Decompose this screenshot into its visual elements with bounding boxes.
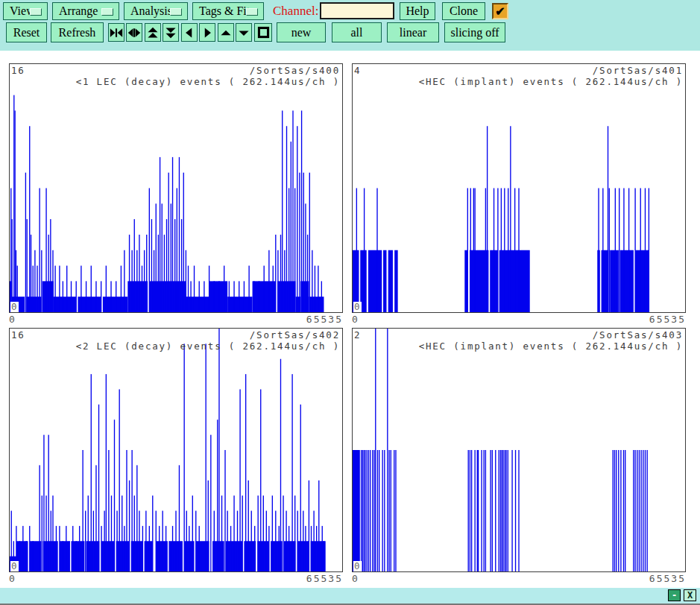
minimize-button[interactable]: - — [668, 589, 681, 601]
slicing-button-label: slicing off — [450, 26, 499, 39]
y-max-label: 2 — [354, 330, 361, 340]
right-arrow-icon — [201, 26, 214, 39]
nav-unzoom-button[interactable] — [254, 23, 272, 42]
x-max-label: 65535 — [306, 573, 343, 584]
clone-button[interactable]: Clone — [442, 2, 485, 20]
all-button-label: all — [351, 26, 363, 39]
menu-indicator-icon — [30, 8, 42, 16]
reset-button-label: Reset — [13, 26, 40, 39]
y-max-label: 4 — [354, 66, 361, 76]
x-axis-s400: 0 65535 — [9, 314, 343, 325]
checkmark-icon: ✔ — [495, 4, 505, 19]
new-button-label: new — [291, 26, 312, 39]
histogram-panel-s400[interactable]: 16 /SortSas/s400 <1 LEC (decay) events (… — [9, 63, 343, 313]
histogram-title: <1 LEC (decay) events ( 262.144us/ch ) — [76, 77, 340, 87]
help-button-label: Help — [406, 4, 429, 18]
menu-tags-fits[interactable]: Tags & Fits — [192, 2, 264, 20]
all-button[interactable]: all — [332, 22, 382, 42]
histogram-plot-s402[interactable] — [10, 329, 342, 571]
close-button[interactable]: X — [684, 589, 696, 601]
menu-indicator-icon — [246, 8, 258, 16]
slicing-button[interactable]: slicing off — [444, 22, 505, 42]
histogram-panel-s403[interactable]: 2 /SortSas/s403 <HEC (implant) events ( … — [352, 328, 686, 572]
x-min-label: 0 — [9, 573, 16, 584]
histogram-plot-s400[interactable] — [10, 64, 342, 312]
up-arrow-icon — [219, 26, 233, 39]
histogram-path-label: /SortSas/s402 — [250, 330, 340, 340]
clone-button-label: Clone — [450, 4, 478, 18]
histogram-title: <HEC (implant) events ( 262.144us/ch ) — [419, 341, 683, 352]
nav-double-up-button[interactable] — [145, 23, 161, 42]
channel-label: Channel: — [273, 4, 318, 19]
histogram-title: <2 LEC (decay) events ( 262.144us/ch ) — [76, 341, 340, 352]
histogram-plot-s403[interactable] — [353, 329, 685, 571]
y-max-label: 16 — [11, 330, 25, 340]
refresh-button[interactable]: Refresh — [51, 22, 104, 42]
linear-button-label: linear — [400, 26, 426, 39]
nav-double-down-button[interactable] — [163, 23, 179, 42]
linear-button[interactable]: linear — [387, 22, 439, 42]
nav-contract-x-button[interactable] — [108, 23, 124, 42]
histogram-path-label: /SortSas/s400 — [250, 66, 340, 76]
y-min-label: 0 — [10, 302, 19, 312]
menu-indicator-icon — [101, 8, 113, 16]
x-axis-s402: 0 65535 — [9, 573, 343, 584]
toolbar: View Arrange Analysis Tags & Fits Channe… — [0, 0, 700, 51]
double-down-icon — [164, 26, 177, 39]
close-icon: X — [687, 590, 693, 601]
x-min-label: 0 — [352, 573, 359, 584]
x-axis-s403: 0 65535 — [352, 573, 686, 584]
contract-x-icon — [110, 26, 123, 39]
y-max-label: 16 — [11, 66, 25, 76]
y-min-label: 0 — [10, 561, 19, 571]
menu-arrange[interactable]: Arrange — [52, 2, 119, 20]
menu-arrange-label: Arrange — [59, 4, 98, 18]
refresh-button-label: Refresh — [59, 26, 96, 39]
x-max-label: 65535 — [306, 314, 343, 325]
unzoom-square-icon — [256, 25, 271, 39]
histogram-plot-s401[interactable] — [353, 64, 685, 312]
nav-up-button[interactable] — [218, 23, 234, 42]
menu-indicator-icon — [170, 8, 182, 16]
x-min-label: 0 — [9, 314, 16, 325]
toolbar-checkbox[interactable]: ✔ — [492, 3, 508, 19]
help-button[interactable]: Help — [400, 2, 435, 20]
new-button[interactable]: new — [277, 22, 326, 42]
channel-input[interactable] — [320, 2, 394, 19]
nav-down-button[interactable] — [236, 23, 252, 42]
x-max-label: 65535 — [649, 573, 686, 584]
double-up-icon — [146, 26, 160, 39]
reset-button[interactable]: Reset — [6, 22, 47, 42]
nav-right-button[interactable] — [199, 23, 215, 42]
menu-analysis-label: Analysis — [130, 4, 172, 18]
minimize-icon: - — [672, 590, 677, 601]
nav-left-button[interactable] — [181, 23, 198, 42]
menu-view[interactable]: View — [3, 2, 48, 20]
nav-expand-x-button[interactable] — [126, 23, 142, 42]
left-arrow-icon — [183, 26, 196, 39]
menu-analysis[interactable]: Analysis — [124, 2, 188, 20]
histogram-panel-s402[interactable]: 16 /SortSas/s402 <2 LEC (decay) events (… — [9, 328, 343, 572]
x-max-label: 65535 — [649, 314, 686, 325]
y-min-label: 0 — [353, 302, 362, 312]
bottom-strip: - X — [0, 588, 700, 605]
x-axis-s401: 0 65535 — [352, 314, 686, 325]
down-arrow-icon — [237, 26, 250, 39]
histogram-title: <HEC (implant) events ( 262.144us/ch ) — [419, 77, 683, 87]
expand-x-icon — [127, 26, 141, 39]
y-min-label: 0 — [353, 561, 362, 571]
histogram-panel-s401[interactable]: 4 /SortSas/s401 <HEC (implant) events ( … — [352, 63, 686, 313]
histogram-path-label: /SortSas/s401 — [593, 66, 683, 76]
x-min-label: 0 — [352, 314, 359, 325]
histogram-path-label: /SortSas/s403 — [593, 330, 683, 340]
